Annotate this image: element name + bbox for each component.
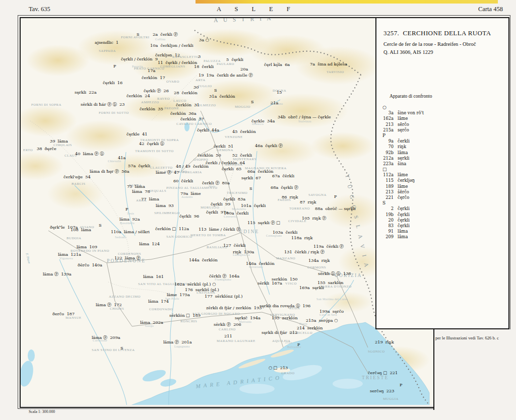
- point-number: 20: [380, 218, 394, 223]
- point-number: 9a: [380, 138, 394, 144]
- map-point-label: sērkli Ⓟ 206: [214, 322, 241, 327]
- map-point-label: čerklón 35: [140, 107, 163, 111]
- dialect-form: sęrkli: [398, 156, 409, 161]
- place-label: AZZANO DECIMO: [109, 295, 141, 298]
- map-point-label: 122 lāma Ⓟ: [114, 256, 141, 260]
- dialect-form: lāme: [398, 116, 408, 121]
- map-point-label: 127 čērkli: [223, 243, 245, 248]
- map-point-label: čęrkli 83a: [223, 197, 245, 201]
- place-label: TRICESIMO: [227, 191, 247, 194]
- hamlet-label: Lugugnana: [174, 345, 190, 348]
- sheet-number: Tav. 635: [29, 6, 50, 13]
- place-label: TRAMONTI DI SOTTO: [135, 149, 174, 153]
- dialect-form: čerkli: [398, 138, 410, 144]
- hamlet-label: Sedrano: [115, 236, 126, 239]
- map-point-label: 20a: [240, 67, 248, 72]
- map-point-label: 52 čerkli: [232, 153, 252, 158]
- map-point-label: 30: [194, 85, 199, 90]
- map-point-label: lāma 78: [132, 189, 150, 194]
- map-point-label: sęrkli di fjār 212: [262, 330, 297, 335]
- map-point-label: sęrkli 67: [241, 176, 261, 180]
- map-point-label: ðerčo 187: [52, 312, 75, 316]
- place-label: RAVEO: [157, 97, 170, 100]
- map-point-label: čęrkle 41: [126, 132, 147, 136]
- legend-panel: 3257. CERCHIONE DELLA RUOTA Cercle de fe…: [375, 18, 508, 329]
- map-point-label: čęrkli 96: [179, 214, 199, 219]
- dialect-form: čęrčo: [398, 195, 409, 200]
- apparato-entry: 9ačerkli: [380, 138, 496, 144]
- map-point-label: lāma di ħęr Ⓟ 56a: [90, 169, 130, 174]
- map-point-label: čerklón 24: [126, 94, 150, 98]
- map-point-label: sērkli di ħár Ⓟ Ⓢ 23: [81, 102, 125, 107]
- map-point-label: 11 čęrkli / čerklón: [158, 60, 197, 65]
- apparato-entry: 213šērčo: [380, 189, 496, 195]
- map-point-label: 195 zerklón: [272, 316, 298, 320]
- place-label: BARCIS: [72, 182, 86, 185]
- map-point-label: sērkli 167a: [257, 281, 282, 286]
- region-label: MARE ADRIATICO: [196, 375, 283, 389]
- place-label: PINZANO AL TAGLIAMENTO: [166, 186, 217, 189]
- dialect-form: sęrčo: [398, 127, 409, 133]
- map-point-label: 113 lāme / čērkli Ⓟ: [199, 227, 240, 232]
- dialect-form: lāma: [398, 150, 408, 156]
- map-point-label: 2a čerkli Ⓟ: [153, 32, 178, 37]
- dialect-form: šine von rō't: [398, 110, 424, 116]
- map-point-label: 66a čerklón: [247, 169, 274, 174]
- apparato-entry: 70riŋk: [380, 144, 496, 150]
- map-point-label: serčəŋ 223: [370, 389, 395, 393]
- concept-translations: Cercle de fer de la roue - Radreifen - O…: [383, 41, 476, 47]
- point-number: 162a: [380, 116, 394, 121]
- map-point-label: 68a čęrkli Ⓟ: [271, 185, 298, 190]
- map-point-label: 40 lāma Ⓟ Ⓢ: [75, 152, 104, 156]
- map-point-label: 45 čerklón: [232, 129, 256, 134]
- map-point-label: čerklón 17: [142, 76, 165, 80]
- apparato-group-symbol: S: [380, 200, 496, 206]
- region-label: A U S T R I A: [214, 18, 273, 23]
- place-label: GEMONA: [217, 148, 233, 152]
- illustrations-note: per le Illustrazioni vedi Tav. 626 b. c: [435, 335, 499, 340]
- hamlet-label: San Martino del Carso: [316, 298, 348, 301]
- map-point-label: lāma Ⓟ 172: [96, 303, 122, 307]
- map-point-label: 119a čērkli Ⓟ: [313, 244, 344, 249]
- place-label: MANZANO: [276, 256, 295, 260]
- apparato-entry: 20čęrkli: [380, 218, 496, 223]
- dialect-form: lāme: [398, 184, 408, 189]
- place-label: SAN ODORICO: [166, 235, 192, 238]
- map-point-label: čerkli 51: [214, 144, 233, 149]
- point-number: 213: [380, 122, 394, 127]
- point-number: 221: [380, 195, 394, 200]
- scan-artifact-strip: [196, 0, 498, 4]
- point-number: 3a: [380, 110, 394, 116]
- map-point-label: 60 čērkli: [173, 179, 193, 183]
- map-point-label: 110a lāma / sēlkri: [111, 230, 150, 234]
- map-point-label: čęrl kǫ́la 6a: [264, 62, 290, 67]
- map-point-label: zērkli di fjār / zerklón 193: [206, 306, 262, 310]
- map-point-label: 134a riŋk: [308, 258, 330, 263]
- map-point-label: ○ □ 213: [269, 366, 288, 370]
- map-point-label: 57a čęrkli: [128, 164, 150, 168]
- map-point-label: 67a čērkli: [272, 174, 294, 178]
- dialect-form: sērčo: [398, 122, 409, 127]
- map-point-label: lāma 93: [156, 203, 174, 208]
- dialect-form: lāme: [398, 172, 408, 178]
- dialect-form: čęrkli: [398, 212, 410, 218]
- map-point-label: S: [99, 223, 102, 228]
- map-point-label: lāme Ⓟ 47: [156, 170, 179, 175]
- map-point-label: čęrkli 65: [222, 167, 241, 171]
- map-point-label: P: [400, 383, 403, 387]
- map-point-label: 17a: [148, 68, 155, 73]
- place-label: PAULARO: [217, 62, 234, 65]
- map-point-label: 169a sęrkli: [299, 286, 324, 290]
- map-point-label: čerčəŋ □ 221: [368, 371, 398, 375]
- place-label: FORNI DI SOPRA: [31, 103, 61, 106]
- place-label: BUDOIA: [67, 236, 81, 240]
- map-point-label: 31a čerklón: [209, 94, 235, 99]
- map-point-label: 15: [277, 90, 282, 95]
- apparato-group-symbol: □: [380, 167, 496, 172]
- map-point-label: 211: [224, 334, 232, 338]
- map-point-label: 87 riŋk: [300, 200, 316, 204]
- place-label: TARVISIO: [327, 70, 344, 74]
- map-point-label: 34b obrč / šýna — čęrkle: [278, 115, 331, 119]
- place-label: SAN STINO DI LIVENZA: [92, 348, 135, 352]
- point-number: 70: [380, 144, 394, 150]
